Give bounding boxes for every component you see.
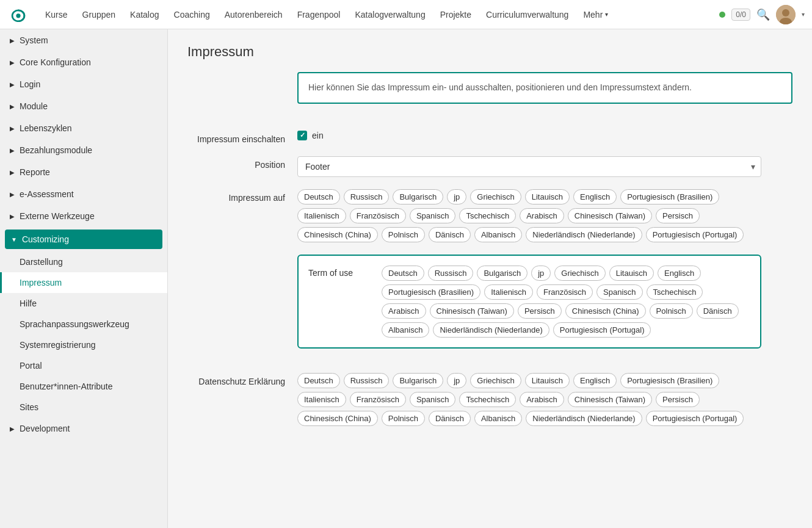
- nav-fragenpool[interactable]: Fragenpool: [291, 6, 347, 23]
- language-tag[interactable]: Chinesisch (China): [297, 411, 378, 426]
- nav-autorenbereich[interactable]: Autorenbereich: [219, 6, 289, 23]
- sidebar-child-sites[interactable]: Sites: [0, 397, 167, 418]
- language-tag[interactable]: Spanisch: [410, 208, 455, 223]
- nav-katalogverwaltung[interactable]: Katalogverwaltung: [349, 6, 431, 23]
- nav-katalog[interactable]: Katalog: [124, 6, 165, 23]
- language-tag[interactable]: jp: [447, 189, 466, 204]
- language-tag[interactable]: Portugiesisch (Brasilien): [620, 189, 719, 204]
- search-button[interactable]: 🔍: [756, 8, 770, 21]
- sidebar-item-externe-werkzeuge[interactable]: ▶ Externe Werkzeuge: [0, 205, 167, 227]
- language-tag[interactable]: Portugiesisch (Brasilien): [382, 284, 480, 300]
- language-tag[interactable]: Portugiesisch (Portugal): [553, 322, 651, 338]
- nav-projekte[interactable]: Projekte: [434, 6, 477, 23]
- language-tag[interactable]: Englisch: [573, 189, 617, 204]
- sidebar-child-systemregistrierung[interactable]: Systemregistrierung: [0, 335, 167, 355]
- language-tag[interactable]: Englisch: [658, 266, 701, 281]
- language-tag[interactable]: Portugiesisch (Portugal): [646, 227, 744, 242]
- language-tag[interactable]: Litauisch: [525, 189, 570, 204]
- language-tag[interactable]: Chinesisch (China): [565, 303, 646, 319]
- language-tag[interactable]: Spanisch: [410, 392, 455, 407]
- position-select[interactable]: Footer Header None: [297, 156, 761, 177]
- language-tag[interactable]: Dänisch: [697, 303, 739, 319]
- language-tag[interactable]: Griechisch: [554, 266, 605, 281]
- language-tag[interactable]: Niederländisch (Niederlande): [433, 322, 549, 338]
- logo[interactable]: [7, 7, 29, 22]
- language-tag[interactable]: Französisch: [350, 392, 406, 407]
- nav-coaching[interactable]: Coaching: [168, 6, 216, 23]
- avatar-dropdown[interactable]: ▾: [802, 11, 805, 18]
- sidebar-item-e-assessment[interactable]: ▶ e-Assessment: [0, 183, 167, 205]
- language-tag[interactable]: Albanisch: [382, 322, 429, 338]
- language-tag[interactable]: Bulgarisch: [393, 189, 443, 204]
- impressum-checkbox[interactable]: [297, 131, 307, 140]
- sidebar-item-customizing[interactable]: ▼ Customizing: [5, 230, 162, 249]
- language-tag[interactable]: Arabisch: [520, 392, 564, 407]
- language-tag[interactable]: Deutsch: [297, 373, 340, 388]
- language-tag[interactable]: Albanisch: [474, 227, 522, 242]
- language-tag[interactable]: Arabisch: [382, 303, 426, 319]
- language-tag[interactable]: Persisch: [656, 392, 700, 407]
- language-tag[interactable]: Persisch: [518, 303, 562, 319]
- language-tag[interactable]: Englisch: [573, 373, 617, 388]
- sidebar-item-system[interactable]: ▶ System: [0, 29, 167, 51]
- language-tag[interactable]: Spanisch: [596, 284, 642, 300]
- avatar[interactable]: [776, 5, 796, 24]
- language-tag[interactable]: Dänisch: [429, 227, 471, 242]
- language-tag[interactable]: Polnisch: [382, 227, 425, 242]
- sidebar-child-hilfe[interactable]: Hilfe: [0, 293, 167, 314]
- sidebar-child-portal[interactable]: Portal: [0, 355, 167, 376]
- language-tag[interactable]: Französisch: [350, 208, 406, 223]
- language-tag[interactable]: Litauisch: [609, 266, 654, 281]
- language-tag[interactable]: Polnisch: [382, 411, 425, 426]
- language-tag[interactable]: Deutsch: [297, 189, 340, 204]
- sidebar-child-sprachanpassungswerkzeug[interactable]: Sprachanpassungswerkzeug: [0, 314, 167, 335]
- language-tag[interactable]: Italienisch: [297, 392, 346, 407]
- language-tag[interactable]: Französisch: [537, 284, 593, 300]
- sidebar-item-login[interactable]: ▶ Login: [0, 73, 167, 95]
- language-tag[interactable]: Litauisch: [525, 373, 570, 388]
- language-tag[interactable]: Albanisch: [474, 411, 522, 426]
- sidebar-item-development[interactable]: ▶ Development: [0, 418, 167, 439]
- language-tag[interactable]: Tschechisch: [459, 392, 516, 407]
- sidebar-item-module[interactable]: ▶ Module: [0, 95, 167, 117]
- language-tag[interactable]: Italienisch: [297, 208, 346, 223]
- sidebar-child-impressum[interactable]: Impressum: [0, 272, 167, 293]
- language-tag[interactable]: Chinesisch (China): [297, 227, 378, 242]
- nav-mehr[interactable]: Mehr ▾: [577, 6, 614, 23]
- status-indicator: [719, 12, 725, 18]
- language-tag[interactable]: Polnisch: [650, 303, 693, 319]
- sidebar-item-lebenszyklen[interactable]: ▶ Lebenszyklen: [0, 117, 167, 139]
- language-tag[interactable]: Dänisch: [429, 411, 471, 426]
- language-tag[interactable]: Portugiesisch (Brasilien): [620, 373, 719, 388]
- sidebar: ▶ System ▶ Core Konfiguration ▶ Login ▶ …: [0, 29, 168, 528]
- sidebar-child-darstellung[interactable]: Darstellung: [0, 251, 167, 272]
- sidebar-item-core-konfiguration[interactable]: ▶ Core Konfiguration: [0, 51, 167, 73]
- language-tag[interactable]: Tschechisch: [459, 208, 516, 223]
- language-tag[interactable]: jp: [531, 266, 551, 281]
- language-tag[interactable]: Italienisch: [484, 284, 533, 300]
- nav-kurse[interactable]: Kurse: [39, 6, 74, 23]
- language-tag[interactable]: Chinesisch (Taiwan): [430, 303, 514, 319]
- language-tag[interactable]: Bulgarisch: [477, 266, 527, 281]
- sidebar-child-benutzer-attribute[interactable]: Benutzer*innen-Attribute: [0, 376, 167, 397]
- sidebar-item-reporte[interactable]: ▶ Reporte: [0, 161, 167, 183]
- sidebar-item-bezahlungsmodule[interactable]: ▶ Bezahlungsmodule: [0, 139, 167, 161]
- language-tag[interactable]: Portugiesisch (Portugal): [646, 411, 744, 426]
- language-tag[interactable]: Bulgarisch: [393, 373, 443, 388]
- language-tag[interactable]: jp: [447, 373, 466, 388]
- language-tag[interactable]: Arabisch: [520, 208, 564, 223]
- language-tag[interactable]: Russisch: [428, 266, 474, 281]
- language-tag[interactable]: Chinesisch (Taiwan): [568, 208, 652, 223]
- nav-gruppen[interactable]: Gruppen: [76, 6, 121, 23]
- language-tag[interactable]: Persisch: [656, 208, 700, 223]
- nav-curriculumverwaltung[interactable]: Curriculumverwaltung: [480, 6, 575, 23]
- language-tag[interactable]: Tschechisch: [647, 284, 703, 300]
- language-tag[interactable]: Chinesisch (Taiwan): [568, 392, 652, 407]
- language-tag[interactable]: Niederländisch (Niederlande): [526, 411, 642, 426]
- language-tag[interactable]: Deutsch: [382, 266, 424, 281]
- language-tag[interactable]: Griechisch: [470, 189, 521, 204]
- language-tag[interactable]: Russisch: [344, 373, 390, 388]
- language-tag[interactable]: Griechisch: [470, 373, 521, 388]
- language-tag[interactable]: Russisch: [344, 189, 390, 204]
- language-tag[interactable]: Niederländisch (Niederlande): [526, 227, 642, 242]
